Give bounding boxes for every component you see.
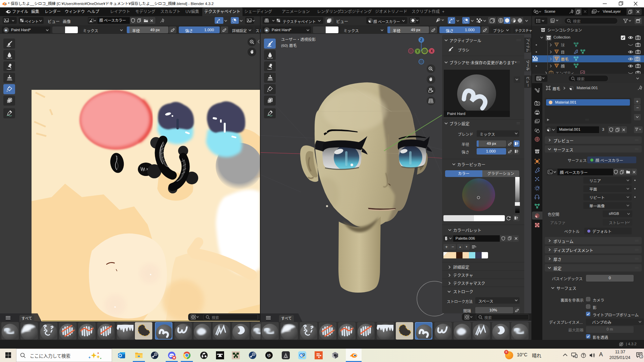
svg-text:Z: Z — [420, 38, 422, 42]
svg-text:3: 3 — [640, 355, 642, 358]
svg-text:X: X — [431, 49, 433, 53]
svg-text:Y: Y — [417, 50, 419, 53]
svg-text:ゆ: ゆ — [267, 353, 271, 358]
